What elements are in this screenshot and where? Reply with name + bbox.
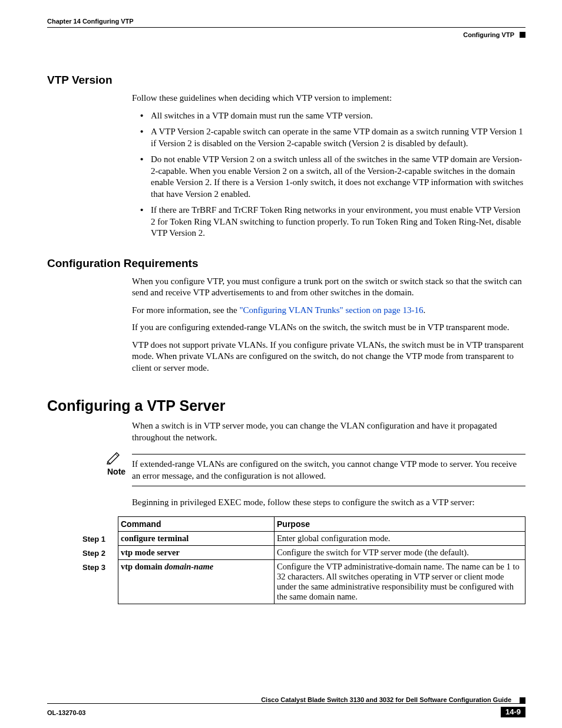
bullet-item: All switches in a VTP domain must run th… — [143, 110, 525, 122]
config-req-p2: For more information, see the "Configuri… — [132, 305, 525, 317]
th-command: Command — [118, 517, 275, 532]
text: For more information, see the — [132, 305, 239, 315]
link-vlan-trunks[interactable]: "Configuring VLAN Trunks" section on pag… — [239, 305, 423, 315]
config-req-p4: VTP does not support private VLANs. If y… — [132, 340, 525, 374]
note-rule-top — [132, 454, 525, 454]
config-server-p2: Beginning in privileged EXEC mode, follo… — [132, 497, 525, 509]
purpose-cell: Enter global configuration mode. — [275, 532, 525, 546]
footer-marker-icon — [520, 697, 525, 703]
note-text: If extended-range VLANs are configured o… — [132, 457, 525, 482]
heading-config-requirements: Configuration Requirements — [47, 257, 525, 270]
command-cell: vtp domain domain-name — [118, 560, 275, 604]
note-block: Note If extended-range VLANs are configu… — [107, 454, 525, 486]
table-row: Step 1 configure terminal Enter global c… — [80, 532, 525, 546]
content-area: VTP Version Follow these guidelines when… — [47, 56, 525, 604]
vtp-version-bullets: All switches in a VTP domain must run th… — [132, 110, 525, 239]
step-label: Step 1 — [80, 532, 118, 546]
purpose-cell: Configure the VTP administrative-domain … — [275, 560, 525, 604]
table-header-row: Command Purpose — [80, 517, 525, 532]
step-label: Step 2 — [80, 546, 118, 560]
purpose-cell: Configure the switch for VTP server mode… — [275, 546, 525, 560]
command-cell: vtp mode server — [118, 546, 275, 560]
bullet-item: If there are TrBRF and TrCRF Token Ring … — [143, 205, 525, 239]
command-table: Command Purpose Step 1 configure termina… — [80, 516, 525, 604]
footer-doc-id: OL-13270-03 — [47, 709, 85, 716]
page: Chapter 14 Configuring VTP Configuring V… — [0, 0, 562, 728]
header-rule — [47, 27, 525, 28]
note-rule-bottom — [132, 486, 525, 486]
header-marker-icon — [520, 32, 525, 38]
pencil-icon — [106, 450, 123, 467]
bullet-item: A VTP Version 2-capable switch can opera… — [143, 126, 525, 149]
text: . — [423, 305, 425, 315]
config-server-intro: When a switch is in VTP server mode, you… — [132, 420, 525, 443]
config-req-body: When you configure VTP, you must configu… — [132, 276, 525, 374]
table-row: Step 3 vtp domain domain-name Configure … — [80, 560, 525, 604]
command-cell: configure terminal — [118, 532, 275, 546]
config-req-p1: When you configure VTP, you must configu… — [132, 276, 525, 299]
footer: Cisco Catalyst Blade Switch 3130 and 303… — [47, 696, 525, 706]
bullet-item: Do not enable VTP Version 2 on a switch … — [143, 154, 525, 200]
footer-guide-title: Cisco Catalyst Blade Switch 3130 and 303… — [47, 696, 511, 703]
vtp-version-body: Follow these guidelines when deciding wh… — [132, 93, 525, 239]
config-server-lead: Beginning in privileged EXEC mode, follo… — [132, 497, 525, 509]
running-header-right: Configuring VTP — [463, 31, 514, 38]
heading-vtp-version: VTP Version — [47, 74, 525, 87]
step-label: Step 3 — [80, 560, 118, 604]
config-req-p3: If you are configuring extended-range VL… — [132, 322, 525, 334]
command-table-area: Command Purpose Step 1 configure termina… — [47, 516, 525, 604]
table-row: Step 2 vtp mode server Configure the swi… — [80, 546, 525, 560]
page-number: 14-9 — [501, 707, 525, 717]
config-server-p1: When a switch is in VTP server mode, you… — [132, 420, 525, 443]
heading-config-vtp-server: Configuring a VTP Server — [47, 397, 525, 414]
running-header-left: Chapter 14 Configuring VTP — [47, 18, 134, 25]
note-label: Note — [107, 467, 125, 476]
th-purpose: Purpose — [275, 517, 525, 532]
vtp-version-intro: Follow these guidelines when deciding wh… — [132, 93, 525, 104]
footer-rule — [47, 703, 525, 704]
